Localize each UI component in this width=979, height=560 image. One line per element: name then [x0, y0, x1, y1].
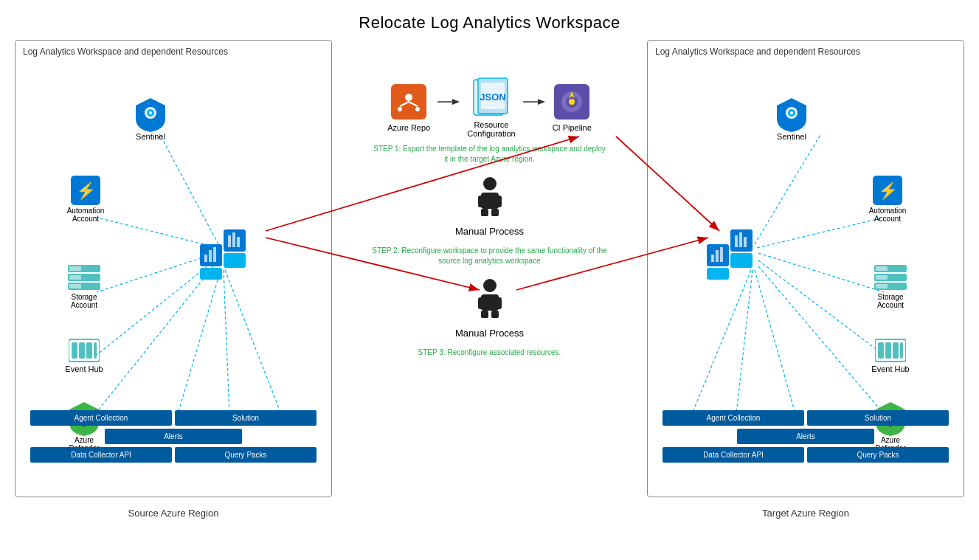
svg-point-38 — [397, 106, 403, 112]
svg-rect-89 — [900, 342, 903, 359]
svg-rect-95 — [707, 268, 729, 280]
svg-line-72 — [736, 270, 753, 414]
ci-pipeline-icon: CI Pipeline — [553, 83, 592, 132]
target-icons-area: Sentinel ⚡ AutomationAccount — [648, 60, 964, 473]
target-sentinel-icon: Sentinel — [766, 97, 817, 141]
svg-rect-98 — [720, 247, 723, 262]
svg-rect-64 — [481, 311, 488, 318]
svg-rect-28 — [224, 253, 246, 268]
pipeline-icons-row: Azure Repo JSON ResourceConfiguration — [387, 77, 592, 138]
page-title: Relocate Log Analytics Workspace — [0, 0, 979, 40]
target-eventhub-label: Event Hub — [871, 364, 909, 373]
target-automation-icon: ⚡ AutomationAccount — [862, 174, 913, 223]
manual-process-icon-2 — [474, 278, 506, 325]
target-alerts-box: Alerts — [737, 429, 874, 444]
svg-rect-30 — [204, 255, 207, 262]
svg-point-76 — [790, 111, 793, 114]
source-agent-collection-box: Agent Collection — [30, 410, 172, 426]
target-boxes-row3: Data Collector API Query Packs — [663, 447, 949, 463]
svg-rect-23 — [94, 342, 97, 359]
middle-pipeline-area: Azure Repo JSON ResourceConfiguration — [335, 40, 645, 370]
svg-rect-86 — [878, 342, 884, 359]
source-icons-area: Sentinel ⚡ AutomationAccount — [15, 60, 331, 473]
source-solution-box: Solution — [175, 410, 316, 426]
svg-line-6 — [224, 270, 229, 414]
target-datacollector-box: Data Collector API — [663, 447, 804, 463]
source-workspace-icon — [200, 222, 259, 284]
svg-line-3 — [97, 260, 215, 355]
svg-rect-83 — [876, 275, 888, 280]
ci-pipeline-label: CI Pipeline — [553, 123, 592, 132]
source-querypacks-box: Query Packs — [175, 447, 316, 463]
svg-text:JSON: JSON — [480, 91, 505, 103]
source-boxes-row2: Alerts — [30, 429, 316, 444]
svg-rect-82 — [876, 266, 888, 271]
source-region-title: Log Analytics Workspace and dependent Re… — [15, 41, 331, 60]
azure-repo-label: Azure Repo — [387, 123, 430, 132]
svg-rect-63 — [496, 297, 502, 309]
svg-rect-87 — [885, 342, 891, 359]
svg-rect-62 — [478, 297, 484, 309]
svg-rect-100 — [739, 232, 742, 247]
svg-line-4 — [95, 266, 213, 414]
source-automation-icon: ⚡ AutomationAccount — [60, 174, 111, 223]
target-storage-label: StorageAccount — [877, 293, 904, 309]
svg-rect-94 — [730, 253, 753, 268]
source-storage-label: StorageAccount — [71, 293, 97, 309]
svg-line-67 — [757, 218, 880, 248]
manual-process-2-label: Manual Process — [455, 328, 524, 339]
svg-rect-96 — [711, 255, 714, 262]
svg-rect-56 — [478, 196, 484, 207]
resource-config-icon: JSON ResourceConfiguration — [467, 77, 515, 138]
svg-point-10 — [149, 111, 152, 114]
target-region-title: Log Analytics Workspace and dependent Re… — [648, 41, 964, 60]
svg-point-54 — [483, 177, 497, 190]
svg-rect-22 — [86, 342, 92, 359]
svg-rect-57 — [496, 196, 502, 207]
svg-point-39 — [415, 106, 421, 112]
target-workspace-icon — [707, 222, 766, 284]
manual-process-1-label: Manual Process — [455, 226, 524, 237]
target-automation-label: AutomationAccount — [869, 207, 907, 223]
target-storage-icon: StorageAccount — [865, 265, 916, 309]
svg-point-60 — [483, 279, 497, 292]
svg-rect-18 — [69, 284, 81, 288]
svg-rect-84 — [876, 284, 888, 288]
pipeline-arrow1 — [437, 97, 460, 106]
svg-point-53 — [569, 99, 575, 105]
svg-rect-101 — [744, 237, 747, 247]
source-region-label: Source Azure Region — [15, 508, 332, 519]
target-querypacks-box: Query Packs — [807, 447, 949, 463]
svg-rect-97 — [716, 250, 719, 262]
source-boxes-row1: Agent Collection Solution — [30, 410, 316, 426]
source-automation-label: AutomationAccount — [67, 207, 105, 223]
svg-text:⚡: ⚡ — [76, 181, 97, 201]
svg-rect-35 — [237, 237, 240, 247]
step2-text: STEP 2: Reconfigure workspace to provide… — [372, 246, 608, 266]
source-sentinel-label: Sentinel — [136, 132, 165, 141]
step1-text: STEP 1: Export the template of the log a… — [372, 144, 608, 165]
svg-rect-21 — [79, 342, 85, 359]
source-eventhub-icon: Event Hub — [58, 336, 110, 373]
source-storage-icon: StorageAccount — [58, 265, 110, 309]
svg-rect-31 — [209, 250, 212, 262]
manual-process-1: Manual Process — [455, 176, 524, 238]
resource-config-label: ResourceConfiguration — [467, 120, 515, 138]
svg-marker-43 — [452, 99, 460, 105]
step3-text: STEP 3: Reconfigure associated resources… — [418, 348, 561, 358]
svg-line-73 — [692, 270, 751, 414]
svg-rect-88 — [893, 342, 899, 359]
target-agent-collection-box: Agent Collection — [663, 410, 804, 426]
target-bottom-boxes: Agent Collection Solution Alerts Data Co… — [663, 410, 949, 466]
target-region-box: Log Analytics Workspace and dependent Re… — [647, 40, 964, 497]
source-eventhub-label: Event Hub — [65, 364, 103, 373]
svg-rect-20 — [72, 342, 77, 359]
target-sentinel-label: Sentinel — [777, 132, 806, 141]
svg-line-2 — [97, 253, 216, 292]
svg-rect-17 — [69, 275, 81, 280]
source-boxes-row3: Data Collector API Query Packs — [30, 447, 316, 463]
azure-repo-icon: Azure Repo — [387, 83, 430, 132]
target-region-label: Target Azure Region — [647, 508, 964, 519]
target-boxes-row1: Agent Collection Solution — [663, 410, 949, 426]
svg-rect-99 — [735, 235, 738, 247]
